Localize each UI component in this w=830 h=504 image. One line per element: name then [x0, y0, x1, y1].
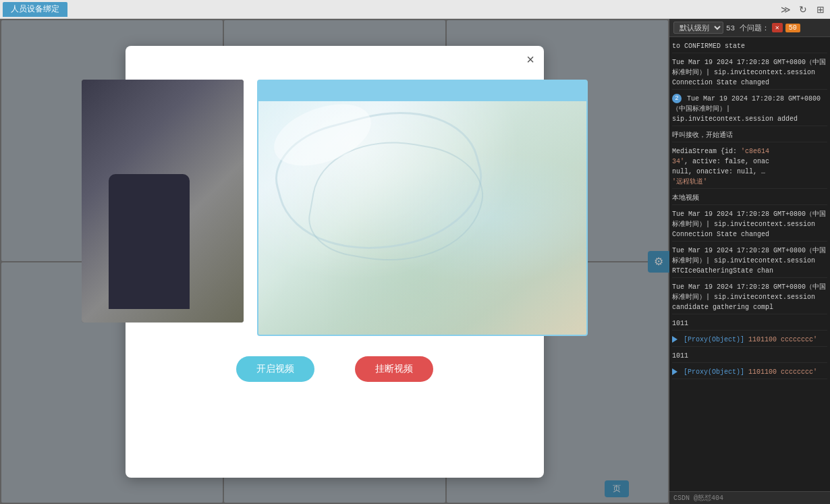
modal-close-button[interactable]: ×: [526, 53, 534, 66]
console-entry-1011b: 1011: [672, 349, 827, 363]
proxy2-val: 1101100: [748, 368, 777, 376]
console-entry-proxy2: [Proxy(Object)] 1101100 cccccccc': [672, 366, 827, 379]
ice-text: Tue Mar 19 2024 17:20:28 GMT+0800（中国标准时间…: [672, 247, 826, 275]
console-entry-ice: Tue Mar 19 2024 17:20:28 GMT+0800（中国标准时间…: [672, 244, 827, 278]
ms-text2: , active: false, onac: [684, 158, 769, 165]
console-entry-1011a: 1011: [672, 317, 827, 331]
close-icon: ×: [526, 52, 534, 67]
ms-id: 'c8e614: [741, 148, 769, 155]
mediastream-line2: 34', active: false, onac: [672, 157, 827, 167]
main-tab[interactable]: 人员设备绑定: [3, 2, 67, 17]
proxy2-end: cccccccc': [781, 368, 817, 376]
more-icon[interactable]: ≫: [779, 3, 792, 16]
level-selector[interactable]: 默认级别 详细 信息 警告 错误: [673, 22, 723, 34]
num-1011b: 1011: [672, 352, 688, 360]
top-bar-actions: ≫ ↻ ⊞: [779, 3, 827, 16]
issues-x-badge: ✕: [772, 23, 783, 32]
mediastream-line1: MediaStream {id: 'c8e614: [672, 146, 827, 157]
modal-buttons: 开启视频 挂断视频: [236, 356, 433, 382]
main-layout: ⚙ 页 ×: [0, 19, 830, 504]
jacket-decoration: [109, 174, 190, 309]
hangup-video-label: 挂断视频: [375, 363, 413, 374]
video-modal: ×: [126, 46, 544, 478]
num-1011a: 1011: [672, 320, 688, 327]
hangup-video-button[interactable]: 挂断视频: [355, 356, 433, 382]
console-entry-conn2: Tue Mar 19 2024 17:20:28 GMT+0800（中国标准时间…: [672, 208, 827, 242]
local-video-feed: [82, 80, 244, 323]
console-entry-local: 本地视频: [672, 192, 827, 205]
local-video-box: [82, 80, 244, 323]
console-header: 默认级别 详细 信息 警告 错误 53 个问题： ✕ 50: [669, 19, 830, 37]
issues-label: 53 个问题：: [726, 23, 769, 33]
console-panel: 默认级别 详细 信息 警告 错误 53 个问题： ✕ 50 to CONFIRM…: [669, 19, 830, 504]
conn1-text: Tue Mar 19 2024 17:20:28 GMT+0800（中国标准时间…: [672, 59, 826, 86]
mediastream-remote: '远程轨道': [672, 177, 827, 187]
mediastream-line3: null, onactive: null, …: [672, 167, 827, 177]
remote-video-feed: [258, 101, 586, 335]
footer-text: CSDN @怒怼404: [673, 495, 723, 502]
tab-label: 人员设备绑定: [11, 3, 59, 15]
console-entry-mediastream: MediaStream {id: 'c8e614 34', active: fa…: [672, 145, 827, 189]
console-entry-candidate: Tue Mar 19 2024 17:20:28 GMT+0800（中国标准时间…: [672, 281, 827, 314]
ms-text3: null, onactive: null, …: [672, 168, 765, 175]
conn2-text: Tue Mar 19 2024 17:20:28 GMT+0800（中国标准时间…: [672, 211, 826, 238]
proxy2-text: [Proxy(Object)]: [684, 368, 748, 376]
console-entry-added: 2 Tue Mar 19 2024 17:20:28 GMT+0800（中国标准…: [672, 92, 827, 126]
ms-text1: MediaStream {id:: [672, 148, 741, 155]
triangle-icon-1[interactable]: [672, 336, 677, 343]
added-text: Tue Mar 19 2024 17:20:28 GMT+0800（中国标准时间…: [672, 95, 821, 123]
ms-remote: '远程轨道': [672, 178, 707, 186]
video-container: [82, 80, 588, 336]
start-video-button[interactable]: 开启视频: [236, 356, 314, 382]
content-area: ⚙ 页 ×: [0, 19, 669, 504]
console-footer: CSDN @怒怼404: [669, 491, 830, 504]
refresh-icon[interactable]: ↻: [796, 3, 810, 16]
grid-icon[interactable]: ⊞: [814, 3, 827, 16]
top-bar: 人员设备绑定 ≫ ↻ ⊞: [0, 0, 830, 19]
console-entry-proxy1: [Proxy(Object)] 1101100 cccccccc': [672, 333, 827, 347]
proxy1-text: [Proxy(Object)]: [684, 336, 748, 343]
candidate-text: Tue Mar 19 2024 17:20:28 GMT+0800（中国标准时间…: [672, 283, 826, 311]
console-entry-confirmed: to CONFIRMED state: [672, 40, 827, 53]
ms-id2: 34': [672, 158, 684, 165]
call-text: 呼叫接收，开始通话: [672, 132, 733, 139]
remote-video-box: [257, 80, 588, 336]
modal-overlay: ×: [0, 19, 669, 504]
triangle-icon-2[interactable]: [672, 368, 677, 375]
proxy1-end: cccccccc': [781, 336, 817, 343]
console-content[interactable]: to CONFIRMED state Tue Mar 19 2024 17:20…: [669, 37, 830, 491]
local-text: 本地视频: [672, 194, 699, 202]
console-entry-conn1: Tue Mar 19 2024 17:20:28 GMT+0800（中国标准时间…: [672, 56, 827, 90]
proxy1-val: 1101100: [748, 336, 777, 343]
console-entry-call: 呼叫接收，开始通话: [672, 129, 827, 142]
badge-2: 2: [672, 94, 682, 103]
confirmed-text: to CONFIRMED state: [672, 43, 745, 50]
start-video-label: 开启视频: [256, 363, 294, 374]
issues-count-badge: 50: [785, 24, 800, 32]
